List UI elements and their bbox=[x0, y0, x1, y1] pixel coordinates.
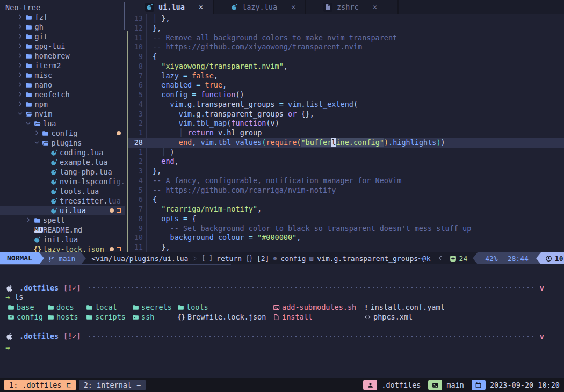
tree-item-lang-php.lua[interactable]: lang-php.lua bbox=[0, 167, 125, 177]
scroll-percent: 42% bbox=[485, 255, 497, 263]
tmux-datetime: 2023-09-20 10:20 bbox=[490, 381, 560, 389]
chevron-down-icon[interactable] bbox=[34, 140, 40, 146]
folder-icon bbox=[25, 24, 32, 31]
tree-item-README.md[interactable]: M↓README.md bbox=[0, 225, 125, 235]
tmux-window-label: 2: internal bbox=[84, 380, 132, 390]
code-line: 28 end, vim.tbl_values(require("bufferli… bbox=[128, 138, 564, 148]
code-area[interactable]: 13│ },12},11-- Remove all background col… bbox=[128, 14, 564, 252]
tree-item-label: fzf bbox=[35, 12, 48, 22]
folder-icon bbox=[132, 304, 139, 311]
lua-icon bbox=[50, 207, 57, 214]
tree-item-ui.lua[interactable]: ui.lua bbox=[0, 206, 125, 215]
ls-entry-add-submodules.sh: add-submodules.sh bbox=[273, 302, 356, 312]
cursor-position: 28:44 bbox=[508, 255, 529, 263]
tmux-window-1.dotfiles[interactable]: 1: .dotfiles⊏ bbox=[4, 380, 76, 390]
tree-item-treesitter.l[interactable]: treesitter.lua bbox=[0, 196, 125, 206]
breadcrumb-item: [2] bbox=[257, 255, 269, 263]
prompt-git-status: [!✓] bbox=[63, 331, 81, 341]
modified-dot-icon bbox=[110, 247, 114, 251]
tree-item-nvim-lspconfi[interactable]: nvim-lspconfig. bbox=[0, 177, 125, 186]
code-line: 2 end, bbox=[128, 157, 564, 166]
breadcrumb-item: vim.g.transparent_groups bbox=[317, 255, 418, 263]
tab-label: lazy.lua bbox=[242, 3, 277, 11]
tab-lazy.lua[interactable]: lazy.lua× bbox=[214, 0, 306, 14]
tree-item-git[interactable]: git bbox=[0, 32, 125, 41]
json-icon: {} bbox=[34, 246, 42, 253]
tree-item-misc[interactable]: misc bbox=[0, 70, 125, 80]
tree-item-plugins[interactable]: plugins bbox=[0, 138, 125, 148]
line-number: 11 bbox=[128, 243, 147, 252]
close-icon[interactable]: × bbox=[373, 3, 377, 11]
tree-item-label: gh bbox=[35, 22, 44, 32]
chevron-right-icon[interactable] bbox=[17, 33, 23, 39]
tree-item-fzf[interactable]: fzf bbox=[0, 12, 125, 22]
close-icon[interactable]: × bbox=[199, 3, 203, 11]
chevron-right-icon[interactable] bbox=[17, 101, 23, 107]
chevron-right-icon[interactable] bbox=[17, 53, 23, 59]
chevron-right-icon[interactable] bbox=[17, 62, 23, 68]
tree-item-config[interactable]: config bbox=[0, 128, 125, 138]
line-number: 7 bbox=[128, 71, 147, 81]
close-icon[interactable]: × bbox=[291, 3, 295, 11]
chevron-right-icon[interactable] bbox=[17, 91, 23, 97]
tree-item-neofetch[interactable]: neofetch bbox=[0, 90, 125, 99]
chevron-right-icon[interactable] bbox=[17, 72, 23, 78]
session-badge bbox=[363, 380, 377, 390]
chevron-right-icon[interactable] bbox=[34, 130, 40, 136]
tree-item-tools.lua[interactable]: tools.lua bbox=[0, 186, 125, 196]
tree-item-coding.lua[interactable]: coding.lua bbox=[0, 148, 125, 157]
tree-item-init.lua[interactable]: init.lua bbox=[0, 235, 125, 244]
tree-item-iterm2[interactable]: iterm2 bbox=[0, 61, 125, 70]
terminal-icon bbox=[432, 382, 439, 389]
clock-icon bbox=[545, 255, 552, 262]
tree-item-spell[interactable]: spell bbox=[0, 215, 125, 225]
prompt-git-status: [!✓] bbox=[63, 283, 81, 293]
tree-item-nano[interactable]: nano bbox=[0, 80, 125, 90]
folder-icon bbox=[34, 217, 41, 224]
chevron-right-icon[interactable] bbox=[17, 14, 23, 20]
code-line: 5 config = function() bbox=[128, 90, 564, 100]
chevron-down-icon[interactable] bbox=[25, 120, 31, 126]
chevron-right-icon[interactable] bbox=[17, 82, 23, 88]
ls-entry-tools: tools bbox=[177, 302, 208, 312]
line-number: 28 bbox=[128, 138, 147, 148]
chevron-down-icon[interactable] bbox=[17, 111, 23, 117]
macro-indicator: ~@k bbox=[418, 255, 430, 263]
lua-icon bbox=[50, 198, 57, 205]
code-line: 6 enabled = true, bbox=[128, 81, 564, 90]
editor-window: ui.lua×lazy.lua×zshrc× 13│ },12},11-- Re… bbox=[128, 0, 564, 252]
chevron-right-icon[interactable] bbox=[25, 217, 31, 223]
tmux-window-flag-icon: − bbox=[136, 380, 141, 390]
tmux-window-label: 1: .dotfiles bbox=[9, 380, 62, 390]
tree-item-gpg-tui[interactable]: gpg-tui bbox=[0, 41, 125, 51]
code-line: 10 background_colour = "#000000", bbox=[128, 233, 564, 243]
tree-item-label: nvim bbox=[35, 109, 53, 119]
code-line: 9 -- Set background color to black so tr… bbox=[128, 224, 564, 234]
tab-zshrc[interactable]: zshrc× bbox=[306, 0, 399, 14]
tree-item-label: lua bbox=[43, 119, 56, 128]
line-number: 6 bbox=[128, 195, 147, 205]
tree-item-npm[interactable]: npm bbox=[0, 99, 125, 109]
tree-item-lua[interactable]: lua bbox=[0, 119, 125, 128]
bang-icon: ! bbox=[364, 304, 368, 311]
lua-icon bbox=[50, 178, 57, 185]
tree-item-label: spell bbox=[43, 215, 65, 225]
neotree-scrollbar[interactable] bbox=[124, 2, 125, 30]
tree-item-gh[interactable]: gh bbox=[0, 22, 125, 32]
folder-icon bbox=[42, 130, 49, 137]
tree-item-homebrew[interactable]: homebrew bbox=[0, 51, 125, 61]
empty-prompt[interactable]: → bbox=[0, 343, 564, 352]
file-icon bbox=[323, 3, 332, 12]
line-number: 3 bbox=[128, 166, 147, 176]
tab-ui.lua[interactable]: ui.lua× bbox=[128, 0, 214, 14]
tree-item-example.lua[interactable]: example.lua bbox=[0, 157, 125, 167]
function-icon: ⚙ bbox=[273, 255, 277, 262]
chevron-right-icon[interactable] bbox=[17, 43, 23, 49]
tmux-window-2internal[interactable]: 2: internal− bbox=[79, 380, 146, 390]
code-line: 5-- https://github.com/rcarriga/nvim-not… bbox=[128, 186, 564, 195]
line-number: 11 bbox=[128, 33, 147, 43]
tree-item-nvim[interactable]: nvim bbox=[0, 109, 125, 119]
terminal-pane[interactable]: .dotfiles[!✓]v→lsbasedocslocalsecretstoo… bbox=[0, 265, 564, 378]
line-number: 7 bbox=[128, 205, 147, 214]
chevron-right-icon[interactable] bbox=[17, 24, 23, 30]
